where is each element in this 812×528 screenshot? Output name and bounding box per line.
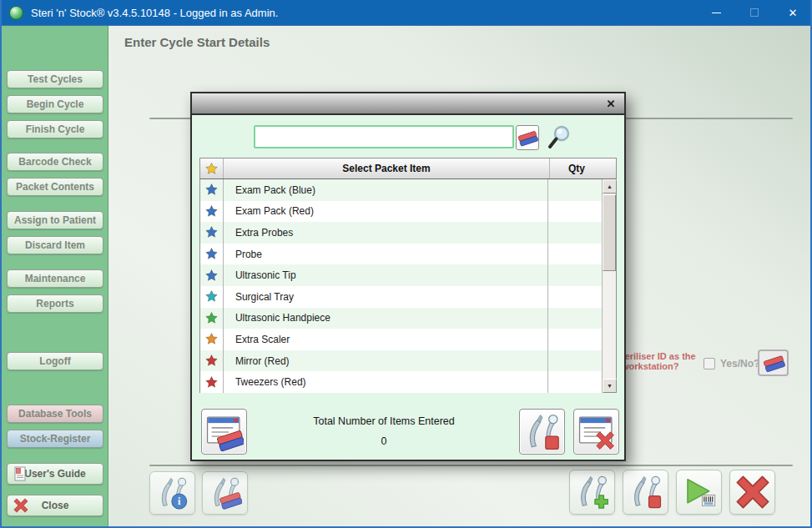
item-qty	[547, 201, 602, 223]
maximize-icon	[750, 8, 759, 17]
qty-column-header: Qty	[549, 158, 603, 179]
total-items-label: Total Number of Items Entered	[259, 415, 509, 427]
instruments-stop-icon	[628, 475, 663, 510]
sidebar-item-reports[interactable]: Reports	[7, 294, 103, 313]
close-dialog-button[interactable]	[573, 409, 619, 455]
sidebar-item-logoff[interactable]: Logoff	[7, 352, 103, 370]
table-row[interactable]: Exam Pack (Blue)	[200, 179, 602, 201]
document-icon	[13, 466, 28, 481]
item-qty	[547, 329, 602, 350]
yes-no-checkbox[interactable]	[704, 358, 715, 370]
table-row[interactable]: Exam Pack (Red)	[200, 201, 602, 223]
sidebar-item-maintenance[interactable]: Maintenance	[7, 269, 103, 288]
cycle-info-button[interactable]: i	[149, 471, 195, 515]
eraser-icon	[517, 127, 538, 148]
instruments-eraser-icon	[209, 476, 242, 510]
sidebar-item-label: User's Guide	[24, 468, 86, 480]
sidebar-item-begin-cycle[interactable]: Begin Cycle	[7, 95, 103, 113]
item-label: Surgical Tray	[224, 286, 547, 308]
vertical-scrollbar[interactable]: ▲ ▼	[602, 179, 616, 393]
table-row[interactable]: Ultrasonic Tip	[200, 264, 602, 286]
star-icon	[204, 204, 219, 219]
app-window: Steri 'n' Stock® v3.4.5.10148 - Logged i…	[0, 0, 812, 528]
sidebar: Test Cycles Begin Cycle Finish Cycle Bar…	[2, 26, 108, 526]
table-row[interactable]: Extra Scaler	[200, 329, 602, 350]
page-title: Enter Cycle Start Details	[124, 35, 270, 49]
instruments-stop-icon	[523, 413, 562, 451]
item-qty	[547, 371, 602, 393]
clear-yes-no-button[interactable]	[758, 349, 789, 376]
item-label: Extra Probes	[224, 222, 547, 244]
clear-cycle-button[interactable]	[202, 471, 248, 515]
table-row[interactable]: Tweezers (Red)	[200, 371, 602, 393]
sidebar-item-users-guide[interactable]: User's Guide	[7, 463, 103, 485]
maximize-button[interactable]	[735, 0, 774, 25]
total-items-block: Total Number of Items Entered 0	[259, 415, 509, 447]
instruments-plus-icon	[575, 475, 610, 510]
table-row[interactable]: Extra Probes	[200, 222, 602, 244]
sidebar-item-close[interactable]: Close	[7, 495, 103, 516]
dialog-close-button[interactable]: ✕	[603, 96, 618, 111]
start-scan-button[interactable]	[676, 470, 722, 515]
item-qty	[547, 179, 602, 201]
sidebar-item-packet-contents[interactable]: Packet Contents	[7, 178, 103, 196]
window-close-icon	[577, 413, 616, 451]
table-row[interactable]: Surgical Tray	[200, 286, 602, 308]
item-column-header: Select Packet Item	[224, 158, 549, 179]
table-row[interactable]: Mirror (Red)	[200, 350, 602, 372]
minimize-button[interactable]	[697, 0, 735, 25]
scroll-thumb[interactable]	[603, 194, 616, 271]
sidebar-item-discard-item[interactable]: Discard Item	[7, 236, 103, 254]
item-label: Tweezers (Red)	[224, 371, 547, 393]
cancel-button[interactable]	[729, 470, 775, 515]
sidebar-item-label: Close	[42, 500, 69, 511]
stop-entry-button[interactable]	[519, 409, 565, 455]
table-header: Select Packet Item Qty	[200, 158, 616, 179]
item-label: Ultrasonic Tip	[224, 264, 547, 286]
minimize-icon	[712, 13, 721, 13]
item-label: Ultrasonic Handpiece	[224, 308, 547, 329]
star-icon	[204, 354, 219, 368]
sidebar-item-assign-to-patient[interactable]: Assign to Patient	[7, 211, 103, 229]
sidebar-item-finish-cycle[interactable]: Finish Cycle	[7, 120, 103, 138]
star-icon	[204, 247, 219, 261]
item-label: Probe	[224, 244, 547, 265]
clear-search-button[interactable]	[516, 125, 539, 150]
gold-star-icon	[204, 162, 219, 176]
star-icon	[204, 225, 219, 239]
star-icon	[204, 289, 219, 304]
item-label: Mirror (Red)	[224, 350, 547, 372]
sidebar-item-barcode-check[interactable]: Barcode Check	[7, 153, 103, 171]
scroll-up-button[interactable]: ▲	[603, 179, 617, 194]
clear-form-button[interactable]	[201, 409, 247, 455]
scroll-down-button[interactable]: ▼	[603, 379, 617, 393]
table-row[interactable]: Ultrasonic Handpiece	[200, 308, 602, 329]
big-red-x-icon	[734, 473, 772, 511]
title-bar: Steri 'n' Stock® v3.4.5.10148 - Logged i…	[0, 0, 812, 25]
item-label: Extra Scaler	[224, 329, 547, 350]
table-row[interactable]: Probe	[200, 244, 602, 265]
table-body: Exam Pack (Blue) Exam Pack (Red) Extra P…	[200, 179, 602, 393]
star-icon	[204, 375, 219, 390]
instruments-info-icon: i	[156, 476, 189, 510]
item-qty	[547, 286, 602, 308]
add-item-button[interactable]	[569, 470, 615, 515]
bottom-separator	[149, 465, 793, 466]
star-icon	[204, 183, 219, 197]
sidebar-item-test-cycles[interactable]: Test Cycles	[7, 70, 103, 88]
sidebar-item-stock-register[interactable]: Stock-Register	[7, 430, 103, 448]
sidebar-item-database-tools[interactable]: Database Tools	[7, 405, 103, 423]
steriliser-id-prompt: teriliser ID as the workstation?	[622, 351, 714, 371]
form-eraser-icon	[205, 413, 244, 451]
dialog-title-bar[interactable]: ✕	[192, 93, 624, 115]
window-title: Steri 'n' Stock® v3.4.5.10148 - Logged i…	[31, 7, 278, 19]
app-logo-icon	[9, 6, 23, 20]
star-icon	[204, 269, 219, 283]
close-window-button[interactable]: ✕	[774, 0, 812, 25]
search-input[interactable]	[254, 125, 514, 148]
item-label: Exam Pack (Blue)	[224, 179, 547, 201]
select-packet-item-dialog: ✕ Select Packet Item Qty	[190, 92, 626, 461]
star-icon	[204, 332, 219, 346]
close-icon: ✕	[789, 7, 798, 19]
remove-item-button[interactable]	[623, 470, 668, 515]
